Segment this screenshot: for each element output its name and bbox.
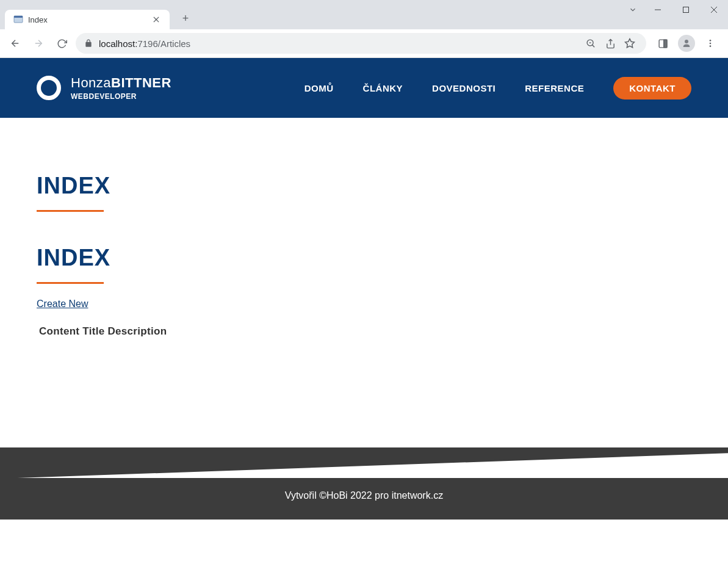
- logo-circle-icon: [37, 76, 61, 100]
- window-controls: [622, 0, 728, 20]
- svg-marker-14: [625, 39, 635, 48]
- svg-line-12: [592, 45, 594, 47]
- browser-chrome: Index + localhost:7196/Articles: [0, 0, 728, 58]
- favicon-icon: [13, 15, 23, 24]
- title-underline: [37, 210, 104, 212]
- svg-point-18: [685, 40, 688, 43]
- browser-toolbar: localhost:7196/Articles: [0, 29, 728, 58]
- site-header: HonzaBITTNER WEBDEVELOPER DOMŮ ČLÁNKY DO…: [0, 58, 728, 118]
- site-footer: Vytvořil ©HoBi 2022 pro itnetwork.cz: [0, 478, 728, 520]
- main-content: INDEX INDEX Create New Content Title Des…: [0, 118, 728, 447]
- browser-tab[interactable]: Index: [5, 10, 170, 29]
- page-title: INDEX: [37, 173, 691, 199]
- address-bar[interactable]: localhost:7196/Articles: [76, 33, 646, 54]
- profile-avatar[interactable]: [678, 35, 695, 52]
- tab-bar: Index +: [0, 0, 728, 29]
- address-bar-actions: [585, 38, 638, 49]
- toolbar-right: [651, 35, 722, 52]
- side-panel-icon[interactable]: [655, 35, 671, 51]
- footer-wrap: Vytvořil ©HoBi 2022 pro itnetwork.cz: [0, 447, 728, 520]
- footer-diagonal: [0, 447, 728, 478]
- zoom-icon[interactable]: [585, 38, 596, 49]
- logo[interactable]: HonzaBITTNER WEBDEVELOPER: [37, 75, 171, 101]
- footer-text: Vytvořil ©HoBi 2022 pro itnetwork.cz: [285, 490, 443, 501]
- nav-references[interactable]: REFERENCE: [525, 83, 584, 93]
- table-col-title: Title: [82, 325, 104, 337]
- share-icon[interactable]: [605, 38, 616, 49]
- nav-contact[interactable]: KONTAKT: [613, 77, 691, 100]
- section-underline: [37, 282, 104, 284]
- minimize-button[interactable]: [644, 0, 672, 20]
- create-new-link[interactable]: Create New: [37, 299, 88, 310]
- tab-title: Index: [28, 15, 146, 24]
- logo-text: HonzaBITTNER WEBDEVELOPER: [71, 75, 171, 101]
- svg-rect-5: [14, 16, 23, 18]
- table-col-content: Content: [39, 325, 79, 337]
- tab-search-icon[interactable]: [622, 0, 644, 20]
- nav-skills[interactable]: DOVEDNOSTI: [432, 83, 496, 93]
- svg-point-21: [710, 45, 712, 47]
- svg-rect-17: [663, 40, 666, 48]
- lock-icon: [84, 39, 93, 48]
- svg-point-19: [710, 40, 712, 42]
- reload-button[interactable]: [52, 34, 71, 53]
- forward-button: [29, 34, 48, 53]
- close-window-button[interactable]: [700, 0, 728, 20]
- table-header-row: Content Title Description: [37, 325, 691, 338]
- nav-articles[interactable]: ČLÁNKY: [363, 83, 403, 93]
- url-text: localhost:7196/Articles: [99, 38, 190, 49]
- svg-point-20: [710, 43, 712, 45]
- maximize-button[interactable]: [672, 0, 700, 20]
- svg-rect-1: [683, 7, 689, 13]
- new-tab-button[interactable]: +: [177, 10, 194, 27]
- back-button[interactable]: [6, 34, 24, 53]
- section-title: INDEX: [37, 245, 691, 271]
- nav-home[interactable]: DOMŮ: [305, 83, 334, 93]
- menu-icon[interactable]: [702, 35, 718, 51]
- close-tab-icon[interactable]: [151, 15, 161, 24]
- table-col-description: Description: [108, 325, 167, 337]
- bookmark-icon[interactable]: [624, 38, 635, 49]
- main-nav: DOMŮ ČLÁNKY DOVEDNOSTI REFERENCE KONTAKT: [305, 77, 691, 100]
